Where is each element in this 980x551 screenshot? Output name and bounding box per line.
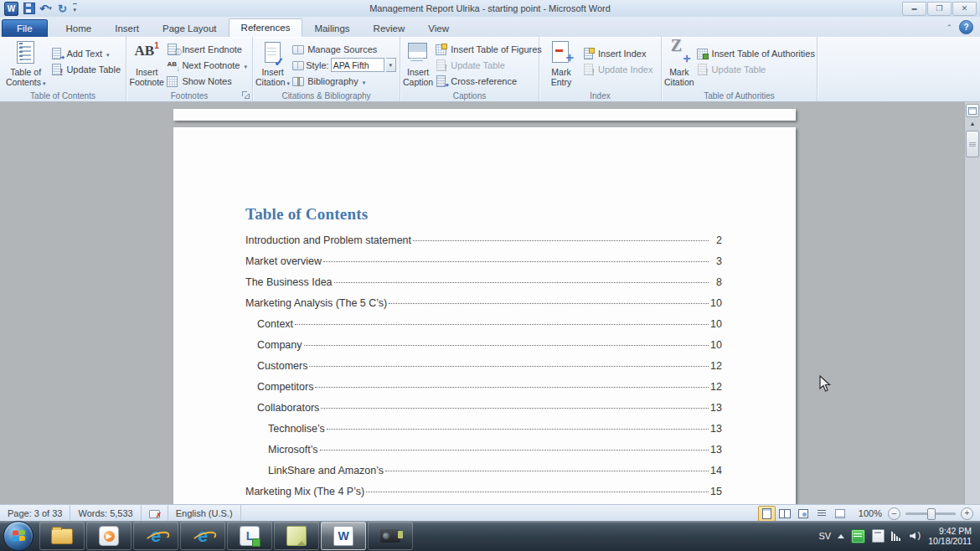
tray-green-app-icon[interactable] (851, 529, 865, 543)
insert-caption-icon (406, 41, 430, 64)
view-ruler-toggle-icon[interactable] (966, 104, 979, 117)
close-button[interactable] (952, 2, 977, 16)
toc-entry-label: Introduction and Problem statement (245, 234, 411, 246)
action-center-icon[interactable] (872, 529, 885, 543)
taskbar-item-notes-app[interactable] (274, 522, 319, 550)
minimize-button[interactable] (902, 2, 926, 16)
insert-footnote-button[interactable]: Insert Footnote (129, 39, 164, 89)
collapse-ribbon-icon[interactable] (946, 23, 952, 32)
next-footnote-button[interactable]: Next Footnote (164, 58, 250, 72)
undo-button[interactable] (39, 3, 52, 15)
page-indicator[interactable]: Page: 3 of 33 (0, 505, 70, 522)
toc-entry[interactable]: Company 10 (245, 339, 722, 360)
style-select[interactable]: APA Fifth (331, 58, 384, 72)
taskbar-item-explorer[interactable] (39, 522, 85, 550)
style-icon (292, 59, 304, 71)
tab-mailings[interactable]: Mailings (302, 20, 361, 38)
zoom-in-button[interactable] (961, 507, 973, 520)
tab-review[interactable]: Review (362, 20, 417, 38)
save-icon[interactable] (23, 3, 35, 14)
toc-entry[interactable]: Collaborators 13 (245, 402, 722, 423)
toc-entry-page: 13 (710, 444, 722, 456)
toc-dot-leader (304, 345, 709, 346)
redo-icon[interactable] (58, 3, 67, 15)
toc-dot-leader (334, 282, 709, 283)
start-button[interactable] (3, 521, 34, 551)
customize-qat-icon[interactable] (73, 5, 77, 12)
manage-sources-button[interactable]: Manage Sources (290, 42, 399, 56)
table-of-contents-button[interactable]: Table of Contents (3, 39, 49, 89)
scrollbar-thumb[interactable] (966, 131, 979, 157)
toc-entry[interactable]: Introduction and Problem statement 2 (245, 234, 722, 255)
zoom-out-button[interactable] (888, 507, 900, 520)
tab-references[interactable]: References (229, 18, 303, 38)
taskbar-item-recorder[interactable] (368, 522, 413, 550)
volume-icon[interactable] (910, 531, 921, 541)
language-indicator[interactable]: English (U.S.) (168, 505, 241, 522)
toc-entry[interactable]: Microsoft’s 13 (245, 444, 722, 465)
cross-reference-icon (436, 75, 447, 87)
tab-file[interactable]: File (2, 19, 48, 38)
style-select-arrow-icon[interactable] (386, 58, 396, 72)
zoom-level[interactable]: 100% (859, 508, 882, 518)
insert-table-of-authorities-icon (697, 48, 709, 59)
toc-entry[interactable]: The Business Idea 8 (245, 276, 722, 297)
web-layout-view-button[interactable] (795, 506, 812, 522)
show-notes-button[interactable]: Show Notes (164, 74, 250, 88)
tab-view[interactable]: View (416, 20, 461, 38)
toc-entry[interactable]: Context 10 (245, 318, 722, 339)
insert-endnote-button[interactable]: Insert Endnote (164, 42, 250, 56)
toc-entry[interactable]: Market overview 3 (245, 255, 722, 276)
toc-dot-leader (321, 408, 709, 409)
hidden-icons-arrow-icon[interactable] (838, 534, 844, 538)
draft-view-button[interactable] (832, 506, 849, 522)
restore-button[interactable] (927, 2, 952, 16)
taskbar-item-ie-1[interactable] (133, 522, 178, 550)
scroll-up-icon[interactable] (965, 118, 980, 129)
outline-view-button[interactable] (813, 506, 831, 522)
add-text-button[interactable]: Add Text (49, 46, 123, 60)
toc-entry[interactable]: LinkShare and Amazon’s 14 (245, 465, 722, 486)
update-table-captions-icon (436, 59, 447, 71)
add-text-icon (51, 48, 63, 59)
zoom-slider[interactable] (905, 512, 956, 515)
toc-entry[interactable]: Technolise’s 13 (245, 423, 722, 444)
toc-entry-page: 3 (710, 255, 722, 267)
word-logo-icon[interactable] (4, 2, 18, 16)
tab-page-layout[interactable]: Page Layout (151, 20, 229, 38)
update-table-button[interactable]: Update Table (49, 62, 123, 76)
tray-language-indicator[interactable]: SV (819, 531, 832, 541)
full-screen-reading-view-button[interactable] (776, 506, 794, 522)
proofing-status[interactable] (142, 505, 168, 522)
taskbar-clock[interactable]: 9:42 PM 10/18/2011 (928, 526, 972, 546)
insert-caption-button[interactable]: Insert Caption (403, 39, 433, 89)
taskbar-item-ie-2[interactable] (180, 522, 225, 550)
tab-home[interactable]: Home (54, 20, 104, 38)
vertical-scrollbar[interactable] (964, 102, 980, 504)
help-icon[interactable] (959, 20, 973, 34)
insert-table-of-authorities-button[interactable]: Insert Table of Authorities (694, 46, 818, 60)
taskbar-item-l-app[interactable] (227, 522, 272, 550)
toc-entry-label: LinkShare and Amazon’s (268, 465, 384, 476)
mark-citation-button[interactable]: Mark Citation (664, 39, 694, 89)
toc-entry[interactable]: Competitors 12 (245, 381, 722, 402)
internet-explorer-icon (146, 526, 166, 546)
taskbar-item-media-player[interactable] (86, 522, 132, 550)
bibliography-button[interactable]: Bibliography (290, 74, 399, 88)
toc-entry[interactable]: Marketing Analysis (The 5 C’s) 10 (245, 297, 722, 318)
taskbar-item-word[interactable] (321, 522, 366, 550)
insert-table-of-figures-button[interactable]: Insert Table of Figures (433, 42, 544, 56)
footnotes-dialog-launcher-icon[interactable] (242, 91, 250, 99)
tab-insert[interactable]: Insert (103, 20, 151, 38)
cross-reference-button[interactable]: Cross-reference (433, 74, 544, 88)
document-page[interactable]: Table of Contents Introduction and Probl… (173, 127, 796, 504)
insert-citation-button[interactable]: Insert Citation (255, 39, 290, 89)
zoom-slider-thumb[interactable] (927, 508, 936, 520)
insert-index-button[interactable]: Insert Index (580, 46, 655, 60)
mark-entry-button[interactable]: Mark Entry (542, 39, 580, 89)
network-icon[interactable] (891, 531, 903, 541)
toc-entry[interactable]: Customers 12 (245, 360, 722, 381)
toc-dot-leader (323, 261, 709, 262)
print-layout-view-button[interactable] (758, 506, 776, 522)
word-count[interactable]: Words: 5,533 (70, 505, 141, 522)
